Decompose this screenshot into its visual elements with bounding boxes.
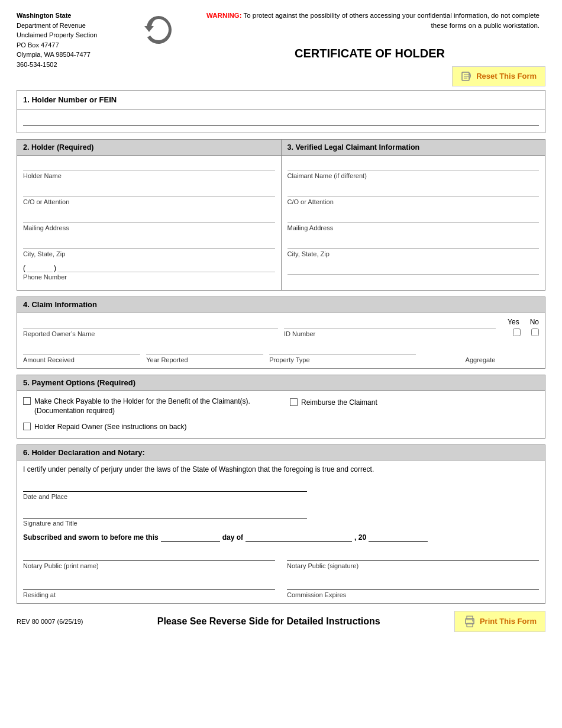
holder-co-field: C/O or Attention (23, 185, 275, 205)
yes-no-checkboxes (508, 328, 539, 336)
holder-name-field: Holder Name (23, 159, 275, 179)
reset-btn-label: Reset This Form (476, 72, 537, 80)
amount-received-field: Amount Received (23, 343, 140, 363)
org-info: Washington State Department of Revenue U… (17, 11, 135, 69)
sworn-row: Subscribed and sworn to before me this d… (17, 529, 545, 545)
payment-checkbox3[interactable] (23, 423, 31, 430)
warning-row: WARNING: To protect against the possibil… (194, 11, 545, 36)
holder-city-input[interactable] (23, 237, 275, 249)
claimant-city-input[interactable] (288, 237, 540, 249)
aggregate-field: Aggregate (422, 355, 539, 363)
notary-print-area: Notary Public (print name) (23, 550, 275, 569)
holder-phone-main-input[interactable] (57, 263, 275, 272)
claimant-phone-field (288, 263, 540, 275)
holder-address-field: Mailing Address (23, 211, 275, 231)
sworn-label: Subscribed and sworn to before me this (23, 533, 159, 542)
claimant-name-input[interactable] (288, 159, 540, 170)
residing-input[interactable] (23, 579, 275, 590)
property-type-label: Property Type (269, 356, 416, 363)
holder-co-input[interactable] (23, 185, 275, 197)
section4-header: 4. Claim Information (17, 297, 545, 313)
notary-sig-label: Notary Public (signature) (287, 562, 539, 569)
section2-header: 2. Holder (Required) (17, 140, 281, 156)
org-phone: 360-534-1502 (17, 60, 135, 70)
aggregate-label: Aggregate (422, 356, 539, 363)
holder-phone-area-input[interactable] (27, 263, 53, 272)
residing-commission-area: Residing at Commission Expires (17, 574, 545, 603)
section1-header: 1. Holder Number or FEIN (17, 91, 545, 109)
property-type-field: Property Type (269, 343, 416, 363)
form-title: CERTIFICATE OF HOLDER (194, 47, 545, 60)
sworn-date-input[interactable] (161, 533, 220, 542)
year-reported-field: Year Reported (146, 343, 263, 363)
payment-label3: Holder Repaid Owner (See instructions on… (34, 422, 186, 432)
claim-row1: Reported Owner’s Name ID Number Yes No (23, 317, 539, 337)
holder-address-label: Mailing Address (23, 224, 275, 231)
org-section: Unclaimed Property Section (17, 30, 135, 40)
claimant-city-label: City, State, Zip (288, 250, 540, 257)
logo-area (135, 11, 182, 49)
holder-name-input[interactable] (23, 159, 275, 170)
claimant-co-field: C/O or Attention (288, 185, 540, 205)
notary-sig-input[interactable] (287, 550, 539, 561)
id-number-label: ID Number (284, 330, 496, 337)
org-pobox: PO Box 47477 (17, 40, 135, 50)
commission-area: Commission Expires (287, 579, 539, 598)
org-city: Olympia, WA 98504-7477 (17, 50, 135, 60)
warning-text: WARNING: To protect against the possibil… (194, 11, 545, 31)
year-reported-input[interactable] (146, 343, 263, 355)
payment-checkbox2[interactable] (290, 398, 298, 406)
holder-name-label: Holder Name (23, 172, 275, 179)
id-number-field: ID Number Yes No (284, 317, 539, 337)
notary-grid: Notary Public (print name) Notary Public… (17, 545, 545, 574)
holder-address-input[interactable] (23, 211, 275, 223)
amount-received-input[interactable] (23, 343, 140, 355)
sworn-month-input[interactable] (246, 533, 352, 542)
claimant-name-field: Claimant Name (if different) (288, 159, 540, 179)
holder-phone-label: Phone Number (23, 273, 275, 281)
sworn-year-input[interactable] (369, 533, 428, 542)
section2-holder: 2. Holder (Required) Holder Name C/O or … (17, 139, 281, 291)
holder-city-field: City, State, Zip (23, 237, 275, 257)
payment-option3: Holder Repaid Owner (See instructions on… (23, 422, 272, 432)
owner-name-label: Reported Owner’s Name (23, 330, 278, 337)
section1-holder-number: 1. Holder Number or FEIN (17, 90, 545, 133)
no-checkbox[interactable] (531, 328, 539, 336)
sig-title-area: Signature and Title (17, 502, 545, 529)
owner-name-field: Reported Owner’s Name (23, 317, 278, 337)
claimant-name-label: Claimant Name (if different) (288, 172, 540, 179)
holder-city-label: City, State, Zip (23, 250, 275, 257)
yes-no-labels: Yes No (508, 318, 539, 326)
holder-number-input[interactable] (23, 114, 539, 125)
payment-checkbox1[interactable] (23, 397, 31, 405)
section4-claim: 4. Claim Information Reported Owner’s Na… (17, 297, 545, 369)
payment-label1: Make Check Payable to the Holder for the… (34, 397, 272, 417)
print-button[interactable]: Print This Form (454, 611, 545, 632)
property-type-input[interactable] (269, 343, 416, 355)
print-btn-label: Print This Form (480, 617, 537, 626)
claimant-phone-input[interactable] (288, 263, 540, 275)
claimant-address-input[interactable] (288, 211, 540, 223)
section3-content: Claimant Name (if different) C/O or Atte… (282, 156, 545, 285)
payment-option2: Reimburse the Claimant (290, 398, 377, 408)
section3-claimant: 3. Verified Legal Claimant Information C… (281, 139, 546, 291)
header-right: WARNING: To protect against the possibil… (194, 11, 545, 86)
section5-payment: 5. Payment Options (Required) Make Check… (17, 375, 545, 439)
date-place-input[interactable] (23, 483, 307, 492)
id-number-input[interactable] (284, 317, 496, 328)
date-place-area: Date and Place (17, 476, 545, 502)
notary-print-input[interactable] (23, 550, 275, 561)
yes-label: Yes (508, 318, 519, 326)
commission-input[interactable] (287, 579, 539, 590)
comma-20: , 20 (354, 533, 366, 542)
notary-sig-area: Notary Public (signature) (287, 550, 539, 569)
reset-button[interactable]: Reset This Form (452, 66, 545, 86)
owner-name-input[interactable] (23, 317, 278, 328)
sig-title-input[interactable] (23, 510, 307, 518)
payment-options-area: Make Check Payable to the Holder for the… (17, 391, 545, 438)
claimant-address-label: Mailing Address (288, 224, 540, 231)
claimant-co-input[interactable] (288, 185, 540, 197)
svg-point-8 (472, 620, 473, 621)
residing-area: Residing at (23, 579, 275, 598)
yes-checkbox[interactable] (513, 328, 521, 336)
